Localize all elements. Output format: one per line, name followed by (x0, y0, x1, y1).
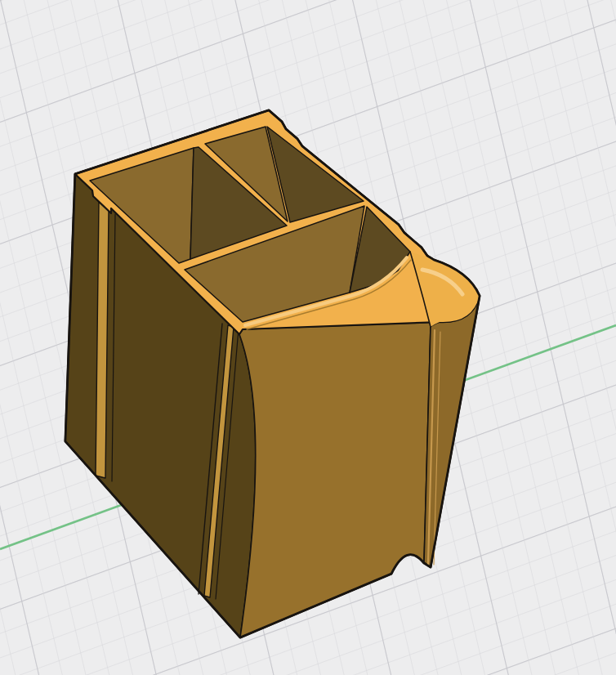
viewport-canvas[interactable] (0, 0, 616, 675)
cad-viewport[interactable] (0, 0, 616, 675)
